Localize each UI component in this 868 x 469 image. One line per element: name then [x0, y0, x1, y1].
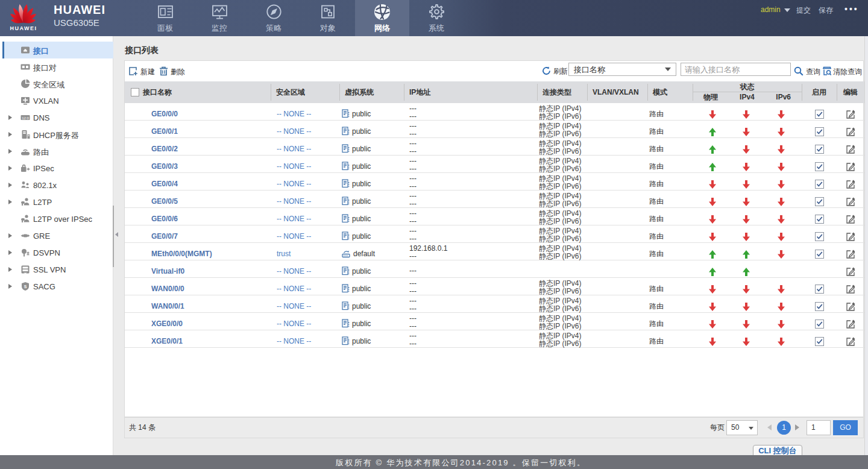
svg-text:12:0: 12:0 [22, 116, 29, 120]
svg-text:S: S [24, 285, 27, 289]
